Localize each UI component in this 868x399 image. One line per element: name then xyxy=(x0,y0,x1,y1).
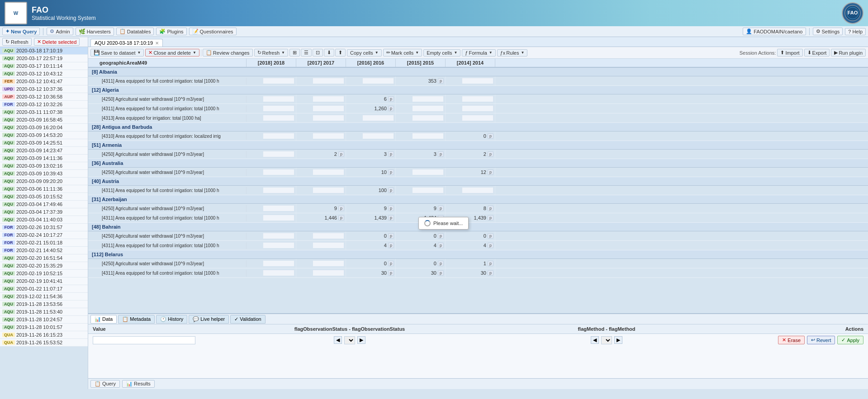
cell[interactable] xyxy=(396,168,446,177)
cell[interactable]: 0p xyxy=(346,259,396,268)
cell[interactable] xyxy=(296,268,346,277)
rules-button[interactable]: ƒx Rules ▼ xyxy=(497,49,528,56)
cell[interactable] xyxy=(247,213,296,222)
session-item[interactable]: FOR2020-03-12 10:32:26 xyxy=(0,101,88,108)
cell[interactable] xyxy=(296,241,346,250)
session-item[interactable]: FOR2020-02-21 14:40:52 xyxy=(0,247,88,254)
cell-flag[interactable]: p xyxy=(488,243,493,248)
cell[interactable] xyxy=(446,104,495,113)
cell[interactable] xyxy=(346,113,396,122)
data-grid-container[interactable]: geographicAreaM49 [2018] 2018 [2017] 201… xyxy=(88,59,868,313)
cell-flag[interactable]: p xyxy=(488,133,493,139)
cell-flag[interactable]: p xyxy=(488,151,493,157)
cell[interactable] xyxy=(247,76,296,85)
session-item[interactable]: AQU2020-03-05 10:15:52 xyxy=(0,193,88,201)
cell-flag[interactable]: p xyxy=(488,233,493,239)
session-item[interactable]: UPD2020-03-12 10:37:36 xyxy=(0,85,88,93)
refresh-data-button[interactable]: ↻ Refresh ▼ xyxy=(254,49,288,56)
table-row[interactable]: [4311] Area equipped for full control ir… xyxy=(88,268,868,278)
session-item[interactable]: AQU2020-03-17 22:57:19 xyxy=(0,55,88,62)
cell-flag[interactable]: p xyxy=(438,233,444,239)
cell-flag[interactable]: p xyxy=(388,188,394,193)
session-item[interactable]: AQU2020-03-04 11:40:03 xyxy=(0,216,88,224)
cell[interactable]: 30p xyxy=(446,268,495,277)
cell[interactable] xyxy=(396,113,446,122)
refresh-sessions-button[interactable]: ↻ Refresh xyxy=(2,38,32,46)
session-item[interactable]: AQU2020-01-22 11:07:17 xyxy=(0,285,88,293)
formula-button[interactable]: ƒ Formula ▼ xyxy=(462,49,495,56)
session-item[interactable]: AQU2020-03-04 17:37:39 xyxy=(0,208,88,216)
value-input[interactable] xyxy=(93,336,195,344)
bottom-tab[interactable]: 🕐 History xyxy=(156,315,187,324)
cell[interactable] xyxy=(296,259,346,268)
view-btn-2[interactable]: ☰ xyxy=(301,49,312,56)
revert-button[interactable]: ↩ Revert xyxy=(807,336,835,344)
plugins-button[interactable]: 🧩 Plugins xyxy=(156,28,186,35)
cell[interactable]: 4p xyxy=(396,241,446,250)
session-item[interactable]: AQU2020-03-12 10:43:12 xyxy=(0,70,88,78)
table-row[interactable]: [4311] Area equipped for full control ir… xyxy=(88,104,868,113)
cell-flag[interactable]: p xyxy=(438,206,444,211)
cell[interactable] xyxy=(396,186,446,195)
flag-method-prev[interactable]: ◀ xyxy=(591,336,599,344)
view-btn-3[interactable]: ⊡ xyxy=(313,49,323,56)
cell[interactable]: 2p xyxy=(296,150,346,159)
datatables-button[interactable]: 📋 Datatables xyxy=(116,28,154,35)
cell[interactable]: 3p xyxy=(396,150,446,159)
cell-flag[interactable]: p xyxy=(388,169,394,175)
cell-flag[interactable]: p xyxy=(438,78,444,84)
cell[interactable]: 30p xyxy=(396,268,446,277)
cell[interactable]: 12p xyxy=(446,168,495,177)
cell[interactable]: 9p xyxy=(346,204,396,213)
cell-flag[interactable]: p xyxy=(388,270,394,276)
cell[interactable] xyxy=(446,113,495,122)
session-item[interactable]: AQU2020-03-09 09:20:20 xyxy=(0,178,88,185)
flag-method-select[interactable] xyxy=(601,336,612,344)
cell[interactable] xyxy=(446,94,495,103)
cell[interactable]: 0p xyxy=(396,259,446,268)
session-item[interactable]: AQU2020-03-09 14:23:47 xyxy=(0,147,88,155)
cell-flag[interactable]: p xyxy=(438,151,444,157)
session-item[interactable]: AQU2019-12-02 11:54:36 xyxy=(0,293,88,300)
table-row[interactable]: [4250] Agricultural water withdrawal [10… xyxy=(88,94,868,104)
flag-obs-select[interactable] xyxy=(344,336,355,344)
session-item[interactable]: AQU2020-02-20 16:51:54 xyxy=(0,254,88,262)
active-tab[interactable]: AQU 2020-03-18 17:10:19 ✕ xyxy=(90,39,163,47)
cell[interactable]: 2p xyxy=(446,150,495,159)
session-item[interactable]: AQU2020-03-09 14:11:36 xyxy=(0,155,88,162)
import-button[interactable]: ⬆ Import xyxy=(777,49,802,56)
cell-flag[interactable]: p xyxy=(488,169,493,175)
cell-flag[interactable]: p xyxy=(438,261,444,266)
flag-obs-next[interactable]: ▶ xyxy=(357,336,365,344)
cell-flag[interactable]: p xyxy=(488,261,493,266)
cell[interactable]: 30p xyxy=(346,268,396,277)
cell[interactable] xyxy=(446,186,495,195)
session-item[interactable]: AQU2019-11-28 10:24:57 xyxy=(0,316,88,324)
delete-selected-button[interactable]: ✕ Delete selected xyxy=(34,38,80,46)
table-row[interactable]: [4313] Area equipped for irrigation: tot… xyxy=(88,113,868,123)
export-button[interactable]: ⬇ Export xyxy=(804,49,830,56)
session-item[interactable]: AQU2020-03-06 11:11:36 xyxy=(0,185,88,193)
cell[interactable] xyxy=(296,231,346,240)
session-item[interactable]: AQU2020-03-09 14:53:20 xyxy=(0,131,88,139)
cell[interactable] xyxy=(396,94,446,103)
view-btn-5[interactable]: ⬆ xyxy=(335,49,346,56)
cell[interactable] xyxy=(296,94,346,103)
cell[interactable]: 6p xyxy=(346,94,396,103)
cell[interactable]: 100p xyxy=(346,186,396,195)
cell-flag[interactable]: p xyxy=(338,206,344,211)
mark-cells-button[interactable]: ✏ Mark cells ▼ xyxy=(383,49,422,56)
cell[interactable]: 1,446p xyxy=(296,213,346,222)
session-item[interactable]: FER2020-03-12 10:41:47 xyxy=(0,78,88,85)
cell[interactable] xyxy=(296,104,346,113)
flag-method-next[interactable]: ▶ xyxy=(614,336,622,344)
cell[interactable] xyxy=(247,241,296,250)
results-button[interactable]: 📊 Results xyxy=(122,380,155,388)
cell[interactable] xyxy=(346,131,396,141)
cell-flag[interactable]: p xyxy=(388,96,394,102)
session-item[interactable]: AQU2020-03-09 14:25:51 xyxy=(0,139,88,147)
cell-flag[interactable]: p xyxy=(388,206,394,211)
cell[interactable] xyxy=(296,76,346,85)
cell-flag[interactable]: p xyxy=(488,206,493,211)
table-row[interactable]: [4311] Area equipped for full control ir… xyxy=(88,76,868,86)
